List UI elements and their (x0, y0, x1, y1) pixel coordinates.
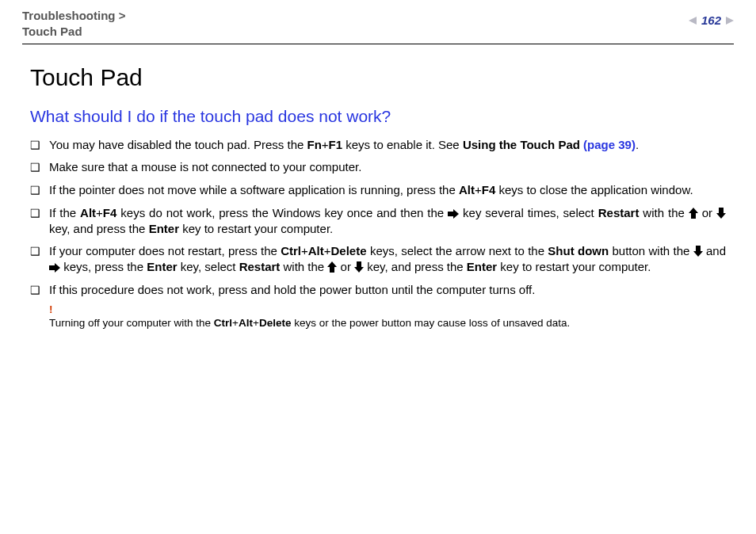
arrow-up-icon (327, 261, 337, 273)
breadcrumb-bottom: Touch Pad (22, 25, 82, 38)
bullet-icon: ❑ (30, 137, 49, 154)
bullet-text: If this procedure does not work, press a… (49, 282, 726, 298)
section-question: What should I do if the touch pad does n… (30, 105, 726, 128)
bullet-list: ❑ You may have disabled the touch pad. P… (30, 137, 726, 298)
bullet-text: Make sure that a mouse is not connected … (49, 159, 726, 175)
breadcrumb-separator: > (119, 9, 126, 22)
list-item: ❑ If the pointer does not move while a s… (30, 182, 726, 199)
page-link[interactable]: (page 39) (583, 138, 636, 151)
arrow-right-icon (448, 209, 459, 219)
prev-page-icon[interactable] (689, 17, 697, 25)
bullet-text: If the Alt+F4 keys do not work, press th… (49, 205, 726, 238)
breadcrumb-top: Troubleshooting (22, 9, 116, 22)
list-item: ❑ Make sure that a mouse is not connecte… (30, 159, 726, 176)
bullet-text: If your computer does not restart, press… (49, 243, 726, 276)
page-title: Touch Pad (30, 62, 726, 94)
bullet-icon: ❑ (30, 282, 49, 299)
warning-note: ! Turning off your computer with the Ctr… (49, 304, 726, 330)
content-area: Touch Pad What should I do if the touch … (22, 44, 734, 330)
page-header: Troubleshooting > Touch Pad 162 (22, 8, 734, 44)
bullet-text: If the pointer does not move while a sof… (49, 182, 726, 198)
next-page-icon[interactable] (726, 17, 734, 25)
arrow-down-icon (693, 246, 703, 257)
arrow-right-icon (49, 263, 60, 273)
bullet-icon: ❑ (30, 159, 49, 176)
list-item: ❑ If the Alt+F4 keys do not work, press … (30, 205, 726, 238)
list-item: ❑ If this procedure does not work, press… (30, 282, 726, 299)
list-item: ❑ You may have disabled the touch pad. P… (30, 137, 726, 154)
arrow-down-icon (354, 261, 364, 273)
page-number-nav: 162 (689, 8, 734, 29)
bullet-icon: ❑ (30, 182, 49, 199)
arrow-down-icon (716, 208, 726, 219)
arrow-up-icon (689, 208, 698, 219)
bullet-text: You may have disabled the touch pad. Pre… (49, 137, 726, 153)
warning-icon: ! (49, 304, 726, 316)
breadcrumb: Troubleshooting > Touch Pad (22, 8, 125, 39)
page-number: 162 (701, 13, 721, 29)
list-item: ❑ If your computer does not restart, pre… (30, 243, 726, 276)
bullet-icon: ❑ (30, 205, 49, 222)
bullet-icon: ❑ (30, 243, 49, 260)
